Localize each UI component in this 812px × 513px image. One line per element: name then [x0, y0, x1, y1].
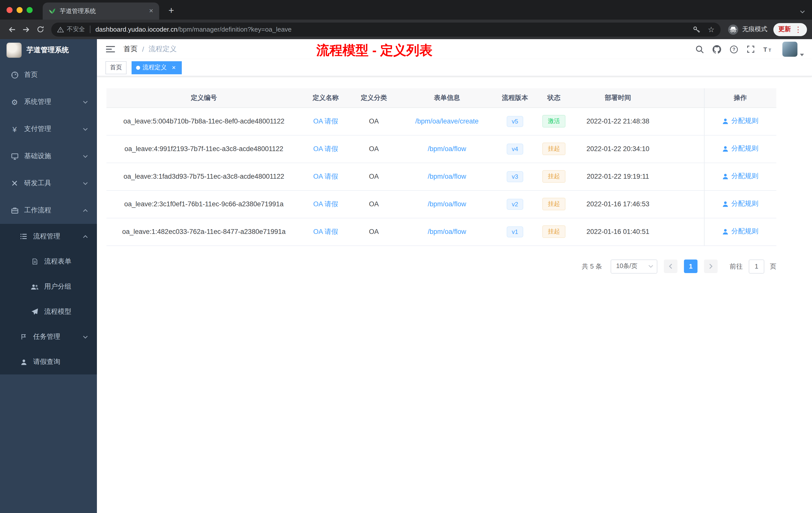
bookmark-star-icon[interactable]: ☆ [708, 26, 715, 33]
sidebar-item-process-forms[interactable]: 流程表单 [0, 249, 97, 274]
assign-rule-label: 分配规则 [731, 144, 758, 153]
deploy-time: 2022-01-16 17:46:53 [586, 200, 649, 208]
sidebar-item-label: 系统管理 [24, 97, 51, 107]
next-page-button[interactable] [704, 260, 718, 273]
definition-name-link[interactable]: OA 请假 [313, 145, 338, 152]
hamburger-icon[interactable] [106, 45, 115, 53]
incognito-indicator: 无痕模式 [728, 24, 767, 35]
caret-down-icon [800, 54, 804, 57]
definition-table: 定义编号 定义名称 定义分类 表单信息 流程版本 状态 部署时间 操作 oa_l… [107, 88, 776, 246]
sidebar-item-workflow[interactable]: 工作流程 [0, 197, 97, 224]
people-icon [30, 283, 39, 290]
gear-icon: ⚙ [10, 98, 19, 105]
new-tab-button[interactable]: + [164, 3, 178, 18]
sidebar-item-label: 流程模型 [44, 307, 71, 316]
tag-close-icon[interactable]: × [170, 64, 177, 71]
sidebar-item-payment[interactable]: ¥ 支付管理 [0, 116, 97, 143]
goto-page-input[interactable] [749, 259, 764, 273]
breadcrumb-home[interactable]: 首页 [123, 45, 138, 54]
assign-rule-link[interactable]: 分配规则 [722, 200, 758, 209]
tag-home[interactable]: 首页 [106, 61, 126, 74]
sidebar-item-process-models[interactable]: 流程模型 [0, 299, 97, 324]
maximize-window-button[interactable] [27, 7, 33, 13]
form-info-link[interactable]: /bpm/oa/flow [428, 145, 466, 153]
definition-table-body: oa_leave:5:004b710b-7b8a-11ec-8ef0-acde4… [107, 108, 776, 245]
briefcase-icon [10, 207, 19, 214]
sidebar-logo[interactable]: 芋道管理系统 [0, 39, 97, 61]
tab-close-icon[interactable]: × [147, 7, 155, 15]
sidebar-item-task-management[interactable]: 任务管理 [0, 324, 97, 350]
sidebar-item-leave-query[interactable]: 请假查询 [0, 350, 97, 374]
back-button[interactable] [5, 22, 19, 36]
definition-category: OA [369, 200, 379, 208]
main-area: 首页 / 流程定义 流程模型 - 定义列表 ? TT [97, 39, 812, 513]
active-tag-dot [136, 65, 140, 69]
close-window-button[interactable] [6, 7, 12, 13]
definition-category: OA [369, 117, 379, 125]
address-bar[interactable]: 不安全 dashboard.yudao.iocoder.cn/bpm/manag… [51, 22, 721, 36]
reload-button[interactable] [33, 22, 47, 36]
password-key-icon[interactable] [692, 25, 700, 33]
table-row: oa_leave:2:3c1f0ef1-76b1-11ec-9c66-a2380… [107, 190, 776, 218]
assign-rule-link[interactable]: 分配规则 [722, 227, 758, 236]
browser-update-button[interactable]: 更新 ⋮ [773, 23, 807, 36]
user-menu[interactable] [782, 42, 804, 57]
column-header-id: 定义编号 [107, 88, 301, 108]
font-size-icon[interactable]: TT [763, 46, 773, 53]
assign-rule-link[interactable]: 分配规则 [722, 117, 758, 126]
form-info-link[interactable]: /bpm/oa/flow [428, 228, 466, 235]
url-domain: dashboard.yudao.iocoder.cn [95, 26, 177, 33]
definition-name-link[interactable]: OA 请假 [313, 117, 338, 125]
tag-process-definition[interactable]: 流程定义 × [132, 61, 182, 74]
url-text: dashboard.yudao.iocoder.cn/bpm/manager/d… [95, 26, 291, 33]
forward-button[interactable] [19, 22, 33, 36]
browser-menu-dots-icon[interactable]: ⋮ [794, 25, 802, 34]
github-icon[interactable] [713, 45, 721, 54]
column-header-actions: 操作 [704, 88, 776, 108]
sidebar-item-label: 工作流程 [24, 206, 51, 215]
sidebar-item-home[interactable]: 首页 [0, 61, 97, 88]
sidebar-item-infrastructure[interactable]: 基础设施 [0, 143, 97, 170]
table-row: oa_leave:5:004b710b-7b8a-11ec-8ef0-acde4… [107, 108, 776, 135]
definition-name-link[interactable]: OA 请假 [313, 200, 338, 208]
definition-name-link[interactable]: OA 请假 [313, 228, 338, 235]
form-info-link[interactable]: /bpm/oa/flow [428, 173, 466, 180]
tab-title: 芋道管理系统 [60, 7, 143, 15]
search-icon[interactable] [696, 45, 704, 54]
sidebar-item-user-groups[interactable]: 用户分组 [0, 274, 97, 299]
table-header-row: 定义编号 定义名称 定义分类 表单信息 流程版本 状态 部署时间 操作 [107, 88, 776, 108]
deploy-time: 2022-01-22 19:19:11 [587, 173, 649, 180]
person-icon [19, 359, 28, 365]
column-header-name: 定义名称 [301, 88, 350, 108]
prev-page-button[interactable] [664, 260, 677, 273]
avatar[interactable] [782, 42, 798, 57]
page-size-select[interactable]: 10条/页 [611, 259, 657, 273]
sidebar-item-label: 流程表单 [44, 257, 71, 266]
page-number-button[interactable]: 1 [684, 260, 697, 273]
goto-unit: 页 [770, 262, 776, 271]
help-icon[interactable]: ? [730, 45, 738, 54]
column-header-form: 表单信息 [398, 88, 496, 108]
goto-label: 前往 [730, 262, 743, 271]
tab-search-chevron-icon[interactable] [800, 10, 805, 13]
security-label: 不安全 [67, 25, 85, 34]
sidebar-item-system[interactable]: ⚙ 系统管理 [0, 88, 97, 116]
fullscreen-icon[interactable] [747, 45, 755, 53]
yen-icon: ¥ [10, 125, 19, 133]
form-info-link[interactable]: /bpm/oa/leave/create [415, 117, 478, 125]
minimize-window-button[interactable] [17, 7, 23, 13]
form-info-link[interactable]: /bpm/oa/flow [428, 200, 466, 208]
chevron-down-icon [83, 181, 88, 185]
definition-name-link[interactable]: OA 请假 [313, 173, 338, 180]
sidebar-item-process-management[interactable]: 流程管理 [0, 224, 97, 249]
assign-rule-link[interactable]: 分配规则 [722, 144, 758, 153]
sidebar-item-devtools[interactable]: 研发工具 [0, 170, 97, 197]
content-area: 定义编号 定义名称 定义分类 表单信息 流程版本 状态 部署时间 操作 oa_l… [97, 76, 812, 513]
definition-id: oa_leave:2:3c1f0ef1-76b1-11ec-9c66-a2380… [124, 200, 284, 208]
assign-rule-link[interactable]: 分配规则 [722, 172, 758, 181]
tag-label: 流程定义 [143, 63, 167, 72]
filler-cell [662, 190, 704, 218]
browser-tab[interactable]: 芋道管理系统 × [43, 2, 159, 20]
security-status[interactable]: 不安全 [57, 25, 85, 34]
table-row: oa_leave:3:1fad3d93-7b75-11ec-a3c8-acde4… [107, 163, 776, 190]
